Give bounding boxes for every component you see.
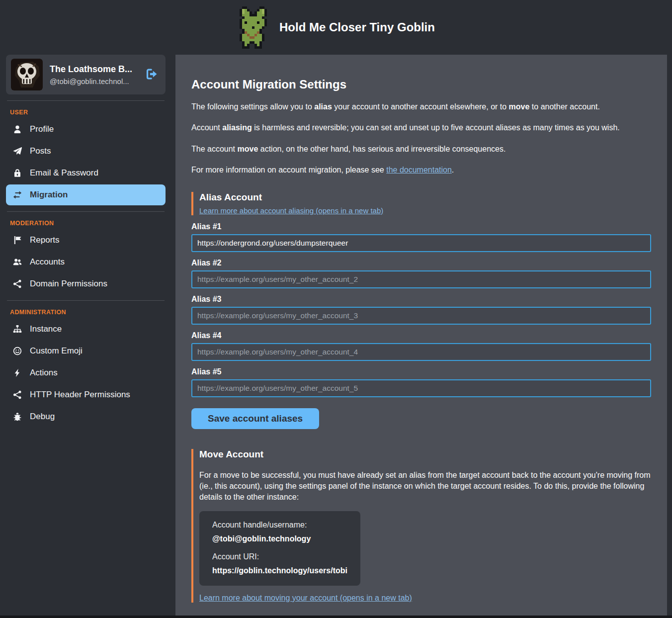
goblin-logo-icon <box>237 6 269 49</box>
alias-3-input[interactable] <box>191 307 651 325</box>
sidebar-divider <box>7 300 165 301</box>
intro-paragraph: The account move action, on the other ha… <box>191 144 651 155</box>
sidebar-item-posts[interactable]: Posts <box>6 141 166 162</box>
share-nodes-icon <box>12 279 22 288</box>
alias-field: Alias #1 <box>191 222 651 252</box>
alias-2-input[interactable] <box>191 270 651 288</box>
flag-icon <box>12 236 22 245</box>
sidebar-item-reports[interactable]: Reports <box>6 230 166 251</box>
sidebar-item-label: Accounts <box>30 257 65 267</box>
sidebar-item-email-password[interactable]: Email & Password <box>6 163 166 183</box>
alias-section-header: Alias Account Learn more about account a… <box>191 192 651 215</box>
sidebar-item-profile[interactable]: Profile <box>6 119 166 140</box>
save-account-aliases-button[interactable]: Save account aliases <box>191 408 319 429</box>
alias-field: Alias #4 <box>191 331 651 361</box>
alias-field: Alias #5 <box>191 367 651 397</box>
move-section: Move Account For a move to be successful… <box>191 449 651 603</box>
user-icon <box>12 125 22 134</box>
sidebar-item-instance[interactable]: Instance <box>6 319 166 340</box>
sitemap-icon <box>12 325 22 334</box>
app-header: Hold Me Closer Tiny Goblin <box>0 0 672 55</box>
alias-5-input[interactable] <box>191 379 651 397</box>
move-learn-more-link[interactable]: Learn more about moving your account (op… <box>199 594 412 603</box>
main-panel: Account Migration Settings The following… <box>175 55 667 616</box>
logout-button[interactable] <box>144 66 161 84</box>
sidebar-divider <box>7 211 165 212</box>
sign-out-icon <box>146 68 159 80</box>
sidebar-item-label: Posts <box>30 146 51 156</box>
lock-icon <box>12 169 22 177</box>
alias-field: Alias #2 <box>191 259 651 288</box>
smiley-icon <box>12 347 22 355</box>
account-uri-label: Account URI: <box>212 552 347 561</box>
sidebar-item-http-header-permissions[interactable]: HTTP Header Permissions <box>6 384 166 405</box>
alias-2-label: Alias #2 <box>191 259 651 267</box>
alias-3-label: Alias #3 <box>191 295 651 304</box>
alias-fields: Alias #1 Alias #2 Alias #3 Alias #4 Alia… <box>191 222 651 397</box>
intro-paragraph: Account aliasing is harmless and reversi… <box>191 122 651 133</box>
nav-section-label-administration: ADMINISTRATION <box>10 309 162 316</box>
app-title: Hold Me Closer Tiny Goblin <box>279 20 435 34</box>
window-bottom-edge <box>0 616 672 618</box>
alias-4-input[interactable] <box>191 343 651 361</box>
transfer-arrows-icon <box>12 190 22 199</box>
alias-4-label: Alias #4 <box>191 331 651 340</box>
sidebar-item-domain-permissions[interactable]: Domain Permissions <box>6 273 166 294</box>
sidebar-item-label: Reports <box>30 235 60 245</box>
share-nodes-icon <box>12 390 22 399</box>
sidebar: The Loathsome B... @tobi@goblin.technol.… <box>0 55 171 428</box>
sidebar-item-label: HTTP Header Permissions <box>30 390 130 400</box>
user-card: The Loathsome B... @tobi@goblin.technol.… <box>6 55 166 94</box>
user-display-name: The Loathsome B... <box>50 64 137 75</box>
sidebar-divider <box>7 100 165 101</box>
sidebar-item-migration[interactable]: Migration <box>6 184 166 205</box>
inline-link[interactable]: the documentation <box>386 166 452 174</box>
intro-paragraph: The following settings allow you to alia… <box>191 101 651 112</box>
alias-section-title: Alias Account <box>199 192 651 203</box>
skull-avatar <box>11 59 43 90</box>
alias-1-input[interactable] <box>191 234 651 252</box>
alias-1-label: Alias #1 <box>191 222 651 231</box>
sidebar-item-accounts[interactable]: Accounts <box>6 252 166 272</box>
sidebar-item-label: Migration <box>30 190 68 200</box>
user-handle: @tobi@goblin.technol... <box>50 77 137 86</box>
paper-plane-icon <box>12 147 22 156</box>
sidebar-item-label: Instance <box>30 324 62 334</box>
nav-section-label-moderation: MODERATION <box>10 220 162 227</box>
sidebar-item-label: Actions <box>30 368 58 378</box>
sidebar-item-label: Email & Password <box>30 168 98 178</box>
sidebar-item-label: Profile <box>30 124 54 134</box>
sidebar-item-label: Debug <box>30 412 55 422</box>
account-uri-value: https://goblin.technology/users/tobi <box>212 566 347 575</box>
sidebar-item-custom-emoji[interactable]: Custom Emoji <box>6 341 166 361</box>
page-title: Account Migration Settings <box>191 78 651 91</box>
bug-icon <box>12 412 22 421</box>
bolt-icon <box>12 368 22 377</box>
sidebar-item-label: Domain Permissions <box>30 279 107 289</box>
alias-5-label: Alias #5 <box>191 367 651 376</box>
sidebar-item-actions[interactable]: Actions <box>6 362 166 383</box>
sidebar-item-debug[interactable]: Debug <box>6 406 166 427</box>
user-info: The Loathsome B... @tobi@goblin.technol.… <box>50 64 137 86</box>
move-section-paragraph: For a move to be successful, you must ha… <box>199 470 651 503</box>
intro-paragraph: For more information on account migratio… <box>191 165 651 176</box>
nav-section-label-user: USER <box>10 109 162 116</box>
move-section-title: Move Account <box>199 449 651 460</box>
alias-learn-more-link[interactable]: Learn more about account aliasing (opens… <box>199 206 383 215</box>
account-handle-label: Account handle/username: <box>212 521 347 530</box>
users-icon <box>12 258 22 266</box>
alias-field: Alias #3 <box>191 295 651 325</box>
sidebar-item-label: Custom Emoji <box>30 346 83 356</box>
account-handle-value: @tobi@goblin.technology <box>212 534 347 543</box>
account-details-box: Account handle/username: @tobi@goblin.te… <box>199 511 360 586</box>
